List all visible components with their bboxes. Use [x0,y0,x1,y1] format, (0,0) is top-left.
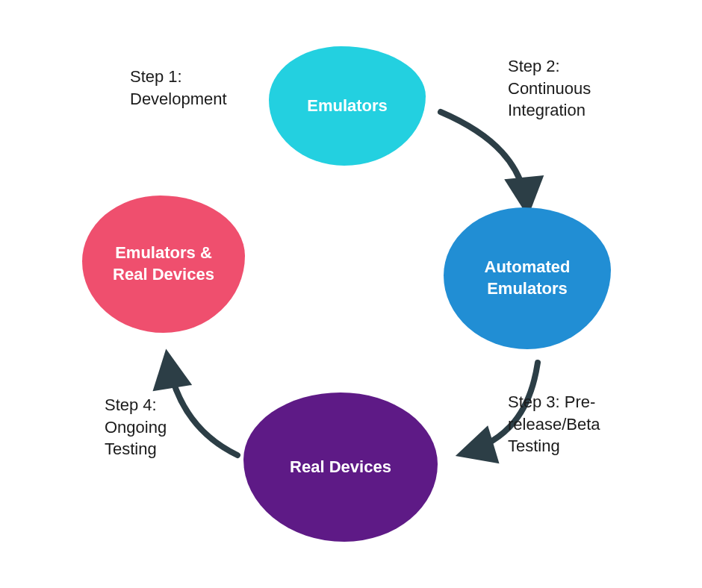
node-real-devices: Real Devices [243,392,438,542]
cycle-diagram: Emulators AutomatedEmulators Real Device… [0,0,702,588]
node-emulators-and-real-devices-label: Emulators &Real Devices [113,243,214,285]
node-emulators: Emulators [269,46,426,166]
step-label-4: Step 4:OngoingTesting [105,394,224,460]
step-label-1: Step 1:Development [130,66,264,110]
step-label-3: Step 3: Pre-release/BetaTesting [508,391,657,457]
node-emulators-label: Emulators [307,96,388,117]
node-emulators-and-real-devices: Emulators &Real Devices [82,196,245,333]
node-automated-emulators: AutomatedEmulators [444,207,611,349]
step-label-2: Step 2:ContinuousIntegration [508,55,657,122]
node-automated-emulators-label: AutomatedEmulators [485,257,571,299]
node-real-devices-label: Real Devices [290,457,391,478]
